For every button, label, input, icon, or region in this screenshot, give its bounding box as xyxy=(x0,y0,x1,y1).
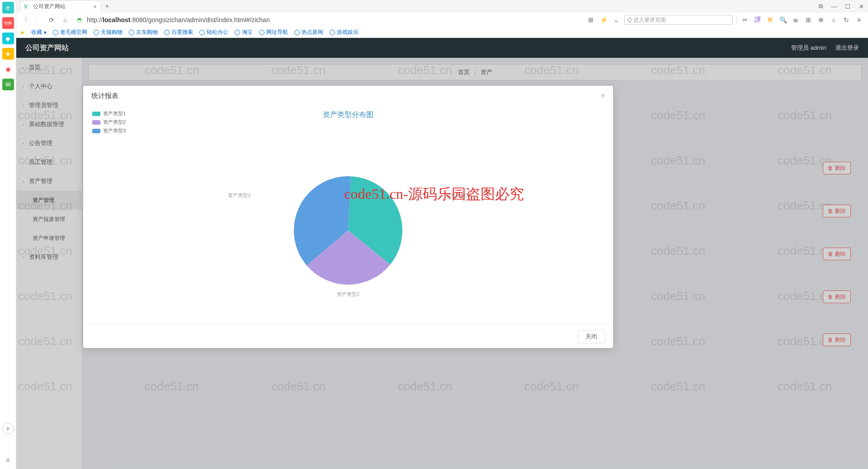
modal-close-button[interactable]: 关闭 xyxy=(578,330,605,343)
pie-label: 资产类型3 xyxy=(228,192,250,199)
tab-close-icon[interactable]: × xyxy=(92,4,98,10)
chevron-down-icon[interactable]: ⌄ xyxy=(612,15,621,24)
nav-home-button[interactable]: ⌂ xyxy=(61,15,70,24)
globe-icon[interactable]: ⊕ xyxy=(816,15,826,24)
os-app-icon-3[interactable]: ◆ xyxy=(2,33,14,44)
pie-label: 资产类型2 xyxy=(337,291,359,298)
os-app-icon-6[interactable]: ✉ xyxy=(2,79,14,90)
modal-body: 资产类型1 资产类型2 资产类型3 资产类型分布图 资产类型1 资产类型2 资产… xyxy=(83,106,613,324)
window-minimize-button[interactable]: — xyxy=(827,0,841,13)
search-icon: Q xyxy=(627,17,632,23)
os-app-icon-1[interactable]: e xyxy=(2,2,14,14)
favorites-star-icon[interactable]: ★ xyxy=(20,29,25,36)
security-shield-icon[interactable]: ⛨ xyxy=(766,15,775,24)
nav-forward-button[interactable]: 〉 xyxy=(33,15,42,24)
nav-bar: 〈 〉 ⟳ ⌂ ◓ http://localhost:8080/gongsizi… xyxy=(0,13,868,27)
bookmark-item[interactable]: 淘宝 xyxy=(235,28,253,36)
chart-title: 资产类型分布图 xyxy=(92,110,604,120)
list-icon[interactable]: ≣ xyxy=(791,15,800,24)
tab-bar: ➤ V 公司资产网站 × + ⧉ — ☐ ✕ xyxy=(0,0,868,13)
translate-icon[interactable]: 譯 xyxy=(753,15,762,24)
os-app-icon-5[interactable]: ◉ xyxy=(2,63,14,75)
bookmark-bar: ★ 收藏 ▾ 老毛桃官网 天猫购物 京东购物 百度搜索 轻松办公 淘宝 网址导航… xyxy=(0,27,868,38)
bookmark-item[interactable]: 热点新闻 xyxy=(294,28,323,36)
modal-close-icon[interactable]: × xyxy=(601,92,605,100)
modal-header: 统计报表 × xyxy=(83,86,613,106)
url-text: http://localhost:8080/gongsizichan/admin… xyxy=(87,16,270,23)
bookmark-item[interactable]: 收藏 ▾ xyxy=(31,28,47,36)
watermark-red-text: code51.cn-源码乐园盗图必究 xyxy=(344,184,524,204)
nav-reload-button[interactable]: ⟳ xyxy=(47,15,56,24)
bookmark-item[interactable]: 轻松办公 xyxy=(199,28,228,36)
search2-icon[interactable]: 🔍 xyxy=(778,15,788,24)
bookmark-item[interactable]: 天猫购物 xyxy=(94,28,123,36)
os-app-icon-4[interactable]: ★ xyxy=(2,48,14,60)
bookmark-item[interactable]: 网址导航 xyxy=(259,28,288,36)
gear-icon[interactable]: ☼ xyxy=(829,15,838,24)
window-maximize-button[interactable]: ☐ xyxy=(841,0,854,13)
bookmark-item[interactable]: 游戏娱乐 xyxy=(330,28,359,36)
legend-item[interactable]: 资产类型2 xyxy=(92,119,126,126)
modal-footer: 关闭 xyxy=(83,324,613,348)
os-menu-button[interactable]: ≡ xyxy=(6,456,10,464)
legend-item[interactable]: 资产类型3 xyxy=(92,127,126,134)
os-app-icon-2[interactable]: 联网 xyxy=(2,17,14,29)
qr-icon[interactable]: ⊞ xyxy=(586,15,595,24)
window-overlay-icon[interactable]: ⧉ xyxy=(814,0,827,13)
search-placeholder: 进入登录页面 xyxy=(633,16,666,24)
chart-legend: 资产类型1 资产类型2 资产类型3 xyxy=(92,110,126,136)
new-tab-button[interactable]: + xyxy=(101,0,113,12)
hamburger-icon[interactable]: ≡ xyxy=(854,15,863,24)
os-sidebar: e 联网 ◆ ★ ◉ ✉ + ≡ xyxy=(0,0,16,469)
nav-back-button[interactable]: 〈 xyxy=(20,15,29,24)
favicon-vue-icon: V xyxy=(24,4,30,10)
scissors-icon[interactable]: ✂ xyxy=(741,15,750,24)
browser-chrome: ➤ V 公司资产网站 × + ⧉ — ☐ ✕ 〈 〉 ⟳ ⌂ ◓ http://… xyxy=(0,0,868,38)
grid-icon[interactable]: ⊞ xyxy=(804,15,813,24)
shield-icon: ◓ xyxy=(77,16,84,23)
url-bar[interactable]: ◓ http://localhost:8080/gongsizichan/adm… xyxy=(74,14,373,25)
restore-icon[interactable]: ↻ xyxy=(842,15,851,24)
bookmark-item[interactable]: 京东购物 xyxy=(129,28,158,36)
legend-item[interactable]: 资产类型1 xyxy=(92,110,126,117)
tab-title: 公司资产网站 xyxy=(33,3,66,10)
window-close-button[interactable]: ✕ xyxy=(854,0,868,13)
modal-dialog: 统计报表 × 资产类型1 资产类型2 资产类型3 资产类型分布图 资产类型1 资… xyxy=(83,86,613,348)
flash-icon[interactable]: ⚡ xyxy=(599,15,608,24)
os-add-button[interactable]: + xyxy=(2,423,14,435)
modal-title: 统计报表 xyxy=(91,92,118,100)
bookmark-item[interactable]: 百度搜索 xyxy=(164,28,193,36)
browser-search-input[interactable]: Q 进入登录页面 xyxy=(624,15,733,25)
browser-tab[interactable]: V 公司资产网站 × xyxy=(20,0,101,12)
bookmark-item[interactable]: 老毛桃官网 xyxy=(53,28,87,36)
